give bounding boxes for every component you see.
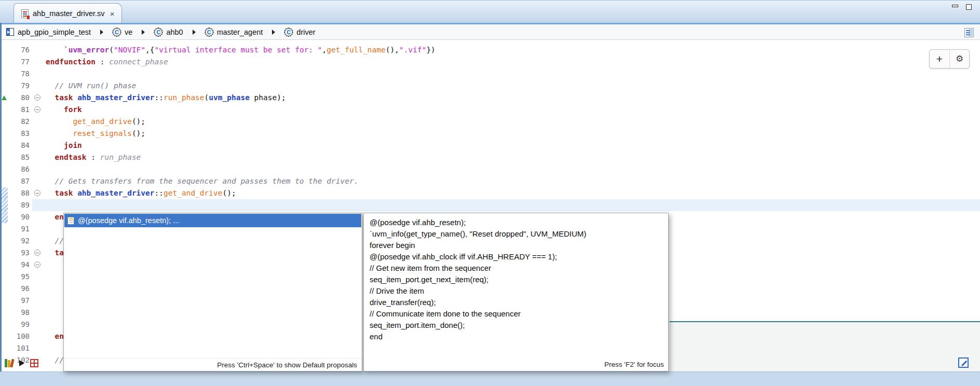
line-number[interactable]: 93 <box>9 247 32 259</box>
restore-view-icon[interactable] <box>958 357 969 368</box>
breadcrumb-item-apb-gpio-simple-test[interactable]: apb_gpio_simple_test <box>6 28 91 36</box>
line-number[interactable]: 96 <box>9 283 32 295</box>
occurrence-marker <box>1 199 8 211</box>
class-icon <box>154 28 162 36</box>
code-text[interactable]: task ahb_master_driver::run_phase(uvm_ph… <box>44 92 980 104</box>
line-number[interactable]: 78 <box>9 68 32 80</box>
breadcrumb-item-ve[interactable]: ve <box>113 28 132 36</box>
line-number[interactable]: 94 <box>9 259 32 271</box>
code-line: 78 <box>0 68 980 80</box>
code-line: 76 `uvm_error("NOVIF",{"virtual interfac… <box>0 44 980 56</box>
add-button[interactable]: + <box>930 50 949 68</box>
breadcrumb-toggle-icon[interactable] <box>964 28 974 37</box>
line-number[interactable]: 82 <box>9 116 32 128</box>
window-bottom-band <box>0 371 980 386</box>
breadcrumb-item-master-agent[interactable]: master_agent <box>205 28 263 36</box>
fold-gutter <box>32 271 44 283</box>
fold-gutter <box>32 151 44 163</box>
line-number[interactable]: 81 <box>9 104 32 116</box>
fold-gutter <box>32 342 44 354</box>
preview-line: seq_item_port.get_next_item(req); <box>370 274 668 285</box>
fold-gutter <box>32 295 44 307</box>
tab-ahb-master-driver[interactable]: ahb_master_driver.sv × <box>13 3 122 23</box>
settings-icon[interactable]: ⚙ <box>949 50 969 68</box>
preview-line: @(posedge vif.ahb_resetn); <box>370 217 668 228</box>
proposal-item-selected[interactable]: @(posedge vif.ahb_resetn); ... <box>64 214 361 227</box>
code-text[interactable] <box>44 68 980 80</box>
preview-line: seq_item_port.item_done(); <box>370 320 668 331</box>
line-number[interactable]: 89 <box>9 199 32 211</box>
fold-gutter <box>32 247 44 259</box>
line-number[interactable]: 98 <box>9 307 32 319</box>
line-number[interactable]: 84 <box>9 140 32 151</box>
window-controls <box>952 4 972 10</box>
fold-gutter <box>32 56 44 68</box>
line-number[interactable]: 100 <box>9 330 32 342</box>
collapse-icon[interactable] <box>34 250 40 256</box>
window-left-border <box>0 23 2 371</box>
collapse-icon[interactable] <box>34 190 40 196</box>
line-number[interactable]: 79 <box>9 80 32 92</box>
line-number[interactable]: 88 <box>9 187 32 199</box>
fold-gutter <box>32 92 44 104</box>
proposal-label: @(posedge vif.ahb_resetn); ... <box>78 216 179 225</box>
code-text[interactable]: // Gets transfers from the sequencer and… <box>44 175 980 187</box>
fold-gutter <box>32 44 44 56</box>
preview-line: // Get new item from the sequencer <box>370 263 668 274</box>
line-number[interactable]: 80 <box>9 92 32 104</box>
line-number[interactable]: 92 <box>9 235 32 247</box>
code-text[interactable]: endfunction : connect_phase <box>44 56 980 68</box>
line-number[interactable]: 91 <box>9 223 32 235</box>
code-text[interactable]: task ahb_master_driver::get_and_drive(); <box>44 187 980 199</box>
line-number[interactable]: 101 <box>9 342 32 354</box>
line-number[interactable]: 83 <box>9 128 32 140</box>
fold-gutter <box>32 68 44 80</box>
line-number[interactable]: 99 <box>9 319 32 330</box>
line-number[interactable]: 76 <box>9 44 32 56</box>
line-number[interactable]: 87 <box>9 175 32 187</box>
breadcrumb-label: ahb0 <box>166 28 183 36</box>
fold-gutter <box>32 283 44 295</box>
chevron-right-icon <box>142 30 145 35</box>
class-icon <box>113 28 121 36</box>
content-assist-footer: Press 'Ctrl+Space' to show Default propo… <box>64 358 362 371</box>
tab-close-icon[interactable]: × <box>110 9 115 18</box>
minimize-icon[interactable] <box>952 4 958 10</box>
line-number[interactable]: 86 <box>9 163 32 175</box>
fold-gutter <box>32 199 44 211</box>
code-text[interactable]: // UVM run() phase <box>44 80 980 92</box>
code-text[interactable]: endtask : run_phase <box>44 151 980 163</box>
line-number[interactable]: 85 <box>9 151 32 163</box>
code-line: 88 task ahb_master_driver::get_and_drive… <box>0 187 980 199</box>
code-text[interactable]: reset_signals(); <box>44 128 980 140</box>
code-line: 83 reset_signals(); <box>0 128 980 140</box>
breadcrumb-item-ahb0[interactable]: ahb0 <box>154 28 183 36</box>
collapse-icon[interactable] <box>34 261 40 268</box>
fold-gutter <box>32 319 44 330</box>
fold-gutter <box>32 307 44 319</box>
library-icon[interactable] <box>5 359 13 367</box>
breadcrumb: apb_gpio_simple_test ve ahb0 master_agen… <box>0 23 980 40</box>
code-text[interactable]: get_and_drive(); <box>44 116 980 128</box>
collapse-icon[interactable] <box>34 106 40 113</box>
maximize-icon[interactable] <box>966 4 972 10</box>
line-number[interactable]: 77 <box>9 56 32 68</box>
code-line: 81 fork <box>0 104 980 116</box>
line-number[interactable]: 95 <box>9 271 32 283</box>
fold-gutter <box>32 187 44 199</box>
registers-grid-icon[interactable] <box>30 359 38 367</box>
code-text[interactable]: `uvm_error("NOVIF",{"virtual interface m… <box>44 44 980 56</box>
code-text[interactable] <box>44 199 980 211</box>
code-text[interactable]: join <box>44 140 980 151</box>
line-number[interactable]: 90 <box>9 211 32 223</box>
breadcrumb-item-driver[interactable]: driver <box>284 28 315 36</box>
preview-line: drive_transfer(req); <box>370 297 668 308</box>
collapse-icon[interactable] <box>34 94 40 101</box>
run-icon[interactable] <box>19 360 24 366</box>
line-number[interactable]: 97 <box>9 295 32 307</box>
code-text[interactable] <box>44 163 980 175</box>
chevron-right-icon <box>100 30 103 35</box>
proposal-preview-popup[interactable]: @(posedge vif.ahb_resetn); `uvm_info(get… <box>363 213 669 371</box>
collapsed-bottom-panel <box>670 321 980 371</box>
code-text[interactable]: fork <box>44 104 980 116</box>
